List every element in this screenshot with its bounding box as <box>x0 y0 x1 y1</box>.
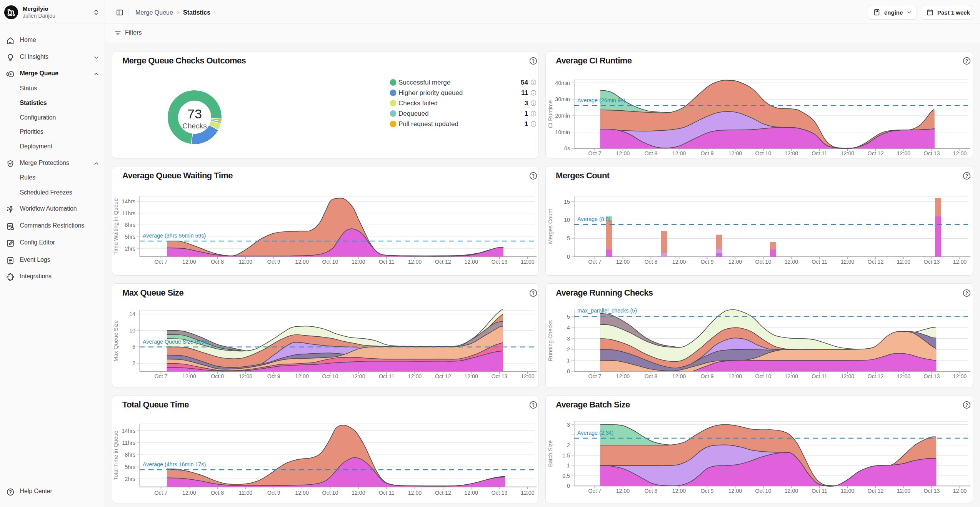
svg-text:8hrs: 8hrs <box>125 452 135 458</box>
svg-text:12:00: 12:00 <box>672 373 686 379</box>
svg-text:3: 3 <box>525 100 528 107</box>
svg-text:12:00: 12:00 <box>521 259 535 265</box>
svg-text:Time Waiting in Queue: Time Waiting in Queue <box>113 198 119 254</box>
svg-text:12:00: 12:00 <box>408 373 422 379</box>
svg-text:Total Time in Queue: Total Time in Queue <box>113 431 119 480</box>
svg-text:11hrs: 11hrs <box>122 440 135 446</box>
svg-text:0.5: 0.5 <box>562 473 570 479</box>
svg-text:2: 2 <box>567 442 570 448</box>
svg-text:Oct 7: Oct 7 <box>588 373 602 379</box>
svg-text:15: 15 <box>564 199 570 205</box>
svg-text:12:00: 12:00 <box>616 488 630 494</box>
svg-text:Oct 11: Oct 11 <box>812 488 827 494</box>
svg-text:12:00: 12:00 <box>785 150 798 156</box>
svg-text:12:00: 12:00 <box>295 490 309 496</box>
svg-text:Batch Size: Batch Size <box>547 440 553 467</box>
svg-text:5: 5 <box>567 235 570 241</box>
svg-text:Average (26min 9s): Average (26min 9s) <box>577 97 625 103</box>
svg-text:12:00: 12:00 <box>521 490 535 496</box>
svg-text:Merges Count: Merges Count <box>547 209 553 244</box>
svg-text:Oct 12: Oct 12 <box>868 150 884 156</box>
svg-text:1: 1 <box>525 110 528 117</box>
svg-text:Running Checks: Running Checks <box>547 320 553 361</box>
svg-text:12:00: 12:00 <box>182 373 196 379</box>
svg-text:Oct 9: Oct 9 <box>267 490 280 496</box>
svg-text:12:00: 12:00 <box>672 259 686 265</box>
svg-text:12:00: 12:00 <box>464 490 478 496</box>
svg-text:Oct 12: Oct 12 <box>435 490 451 496</box>
svg-text:3: 3 <box>567 336 570 342</box>
svg-text:CI Runtime: CI Runtime <box>547 100 553 128</box>
svg-text:12:00: 12:00 <box>182 259 196 265</box>
svg-text:12:00: 12:00 <box>953 373 967 379</box>
svg-text:12:00: 12:00 <box>616 150 630 156</box>
svg-text:12:00: 12:00 <box>239 373 253 379</box>
svg-text:Oct 11: Oct 11 <box>379 259 395 265</box>
svg-text:Oct 8: Oct 8 <box>645 488 658 494</box>
svg-text:2: 2 <box>132 360 135 366</box>
svg-text:Oct 7: Oct 7 <box>588 488 602 494</box>
svg-text:Pull request updated: Pull request updated <box>398 120 458 128</box>
svg-text:Oct 10: Oct 10 <box>322 259 338 265</box>
svg-text:12:00: 12:00 <box>897 150 911 156</box>
svg-text:0s: 0s <box>564 145 570 151</box>
svg-text:12:00: 12:00 <box>728 259 742 265</box>
svg-text:4: 4 <box>567 324 570 331</box>
svg-text:1.5: 1.5 <box>562 452 570 459</box>
svg-text:Max Queue Size: Max Queue Size <box>113 320 119 361</box>
svg-text:Oct 8: Oct 8 <box>211 373 224 379</box>
svg-text:12:00: 12:00 <box>728 150 742 156</box>
svg-text:2: 2 <box>567 346 570 352</box>
svg-text:Oct 7: Oct 7 <box>588 150 602 156</box>
svg-text:0: 0 <box>567 483 570 489</box>
svg-text:Oct 9: Oct 9 <box>701 488 714 494</box>
svg-text:20min: 20min <box>555 113 570 119</box>
svg-text:1: 1 <box>567 462 570 469</box>
svg-text:Oct 7: Oct 7 <box>155 259 168 265</box>
svg-text:Oct 13: Oct 13 <box>492 259 508 265</box>
svg-text:Dequeued: Dequeued <box>398 110 428 117</box>
svg-text:Oct 9: Oct 9 <box>701 150 714 156</box>
svg-text:Oct 13: Oct 13 <box>492 373 508 379</box>
svg-text:Oct 10: Oct 10 <box>755 488 772 494</box>
svg-text:12:00: 12:00 <box>785 259 798 265</box>
svg-text:Higher priority queued: Higher priority queued <box>398 89 463 96</box>
svg-text:12:00: 12:00 <box>352 373 365 379</box>
svg-text:Oct 7: Oct 7 <box>155 373 168 379</box>
svg-text:14hrs: 14hrs <box>122 198 136 204</box>
svg-text:3: 3 <box>567 422 570 428</box>
svg-text:40min: 40min <box>555 80 570 86</box>
svg-text:Oct 11: Oct 11 <box>812 373 827 379</box>
svg-text:30min: 30min <box>555 96 570 102</box>
svg-text:Oct 9: Oct 9 <box>267 259 280 265</box>
svg-text:1: 1 <box>525 120 528 128</box>
svg-text:Oct 9: Oct 9 <box>701 259 714 265</box>
svg-text:2hrs: 2hrs <box>125 246 135 252</box>
svg-text:12:00: 12:00 <box>408 490 422 496</box>
svg-text:11hrs: 11hrs <box>122 210 135 216</box>
svg-text:2hrs: 2hrs <box>125 476 135 482</box>
svg-text:Successful merge: Successful merge <box>398 79 450 86</box>
svg-text:12:00: 12:00 <box>239 490 253 496</box>
svg-text:Average (2.34): Average (2.34) <box>577 430 613 436</box>
svg-text:Average Queue Size (5.96): Average Queue Size (5.96) <box>143 339 209 345</box>
svg-text:12:00: 12:00 <box>295 259 309 265</box>
svg-text:Oct 10: Oct 10 <box>755 259 772 265</box>
svg-text:Oct 9: Oct 9 <box>267 373 280 379</box>
svg-text:Oct 13: Oct 13 <box>924 150 940 156</box>
svg-text:12:00: 12:00 <box>728 488 742 494</box>
svg-text:Oct 8: Oct 8 <box>645 150 658 156</box>
svg-text:12:00: 12:00 <box>408 259 422 265</box>
svg-text:12:00: 12:00 <box>841 150 855 156</box>
svg-text:12:00: 12:00 <box>953 150 967 156</box>
svg-text:11: 11 <box>521 89 528 96</box>
svg-text:1: 1 <box>567 357 570 364</box>
svg-text:12:00: 12:00 <box>672 150 686 156</box>
svg-text:8hrs: 8hrs <box>125 222 135 228</box>
svg-text:Oct 12: Oct 12 <box>868 259 884 265</box>
svg-text:Oct 8: Oct 8 <box>645 259 658 265</box>
svg-text:Average (3hrs 55min 59s): Average (3hrs 55min 59s) <box>143 233 206 239</box>
svg-text:Oct 13: Oct 13 <box>492 490 508 496</box>
svg-text:6: 6 <box>132 344 135 350</box>
svg-text:5: 5 <box>567 314 570 320</box>
